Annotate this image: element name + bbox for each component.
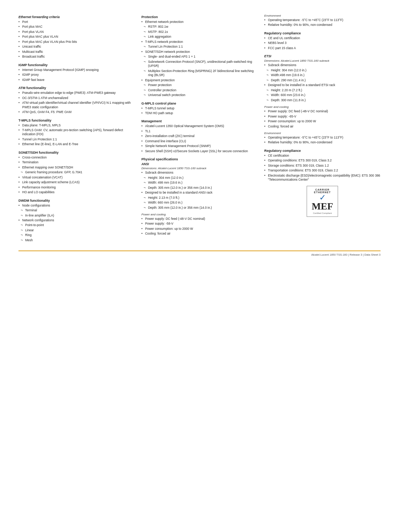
- list-subitem: Height: 304 mm (12.0 in.): [264, 68, 381, 72]
- list-item: Internet Group Management Protocol (IGMP…: [18, 68, 135, 72]
- list-item: TL1: [141, 129, 258, 133]
- list-item: Power supply: DC feed (-48-V DC nominal): [264, 109, 381, 113]
- list-item: TDM HO path setup: [141, 111, 258, 115]
- list-item: T-MPLS tunnel setup: [141, 106, 258, 110]
- main-columns: Ethernet forwarding criteriaPortPort plu…: [18, 11, 381, 243]
- list-subitem: Controller protection: [141, 88, 258, 92]
- section-list: Ethernet network protectionRSTP: 802.1wM…: [141, 20, 258, 98]
- list-item: Data plane: T-MPLS, MPLS: [18, 123, 135, 127]
- list-subitem: Terminal: [18, 208, 135, 212]
- list-item: Ethernet line (E-line), E-LAN and E-Tree: [18, 142, 135, 146]
- list-item: IGMP proxy: [18, 73, 135, 77]
- list-subitem: Mesh: [18, 238, 135, 242]
- list-item: Operating temperature: -5°C to +45°C (23…: [264, 136, 381, 140]
- list-item: Designed to be installed in a standard A…: [141, 191, 258, 195]
- list-item: T-MPLS OAM: CV, automatic pro-tection sw…: [18, 128, 135, 137]
- list-item: Operating conditions: ETS 300 019, Class…: [264, 158, 381, 163]
- list-subitem: Height: 2.13 m (7.0 ft.): [141, 196, 258, 200]
- list-item: Power consumption: up to 2000 W: [141, 227, 258, 231]
- list-item: SONET/SDH network protection: [141, 50, 258, 54]
- list-subitem: Ring: [18, 233, 135, 237]
- list-item: Virtual concatenation (VCAT): [18, 175, 135, 180]
- list-item: OC-3/STM-1 ATM unchannalized: [18, 96, 135, 100]
- list-subitem: Width: 600 mm (23.6 in.): [264, 93, 381, 97]
- footer-bar: Alcatel-Lucent 1850 TSS-160 | Release 3 …: [18, 250, 381, 256]
- section-title: Physical specifications: [141, 157, 258, 161]
- list-subitem: RSTP: 802.1w: [141, 25, 258, 29]
- footer-text: Alcatel-Lucent 1850 TSS-160 | Release 3 …: [311, 253, 381, 256]
- list-item: Port plus MAC plus VLAN: [18, 35, 135, 39]
- section-title: IGMP functionality: [18, 63, 135, 67]
- section-list: CE certificationOperating conditions: ET…: [264, 154, 381, 182]
- list-item: Power supply: DC feed (-48-V DC nominal): [141, 217, 258, 221]
- section-title: G-MPLS control plane: [141, 102, 258, 105]
- list-subitem: Width: 498 mm (19.6 in.): [141, 181, 258, 185]
- list-item: Equipment protection: [141, 78, 258, 82]
- section-list: Internet Group Management Protocol (IGMP…: [18, 68, 135, 82]
- section-list: Alcatel-Lucent 1350 Optical Management S…: [141, 124, 258, 153]
- list-subitem: Linear: [18, 228, 135, 232]
- list-subitem: Depth: 290 mm (11.4 in.): [264, 78, 381, 82]
- section-list: Pseudo-wire emulation edge to edge (PWE3…: [18, 91, 135, 114]
- section-title: Environment: [264, 14, 381, 17]
- section-title: ATM functionality: [18, 86, 135, 90]
- list-item: Broadcast traffic: [18, 55, 135, 59]
- list-item: CE certification: [264, 154, 381, 158]
- list-subitem: Width: 660 mm (26.0 in.): [141, 201, 258, 205]
- list-item: Ethernet mapping over SONET/SDH: [18, 166, 135, 170]
- dimension-label: Dimensions: Alcatel-Lucent 1850 TSS-160 …: [141, 167, 258, 170]
- list-item: Multicast traffic: [18, 50, 135, 54]
- list-subitem: Width:498 mm (19.6 in.): [264, 73, 381, 77]
- list-item: Port plus MAC plus VLAN plus Prio bits: [18, 40, 135, 44]
- section-list: Power supply: DC feed (-48-V DC nominal)…: [264, 109, 381, 129]
- list-item: T-MPLS network protection: [141, 40, 258, 44]
- list-item: Port: [18, 20, 135, 24]
- list-subitem: Link aggregation: [141, 35, 258, 39]
- list-item: Storage conditions: ETS 300 019, Class 1…: [264, 164, 381, 168]
- list-item: Alcatel-Lucent 1350 Optical Management S…: [141, 124, 258, 128]
- list-item: Relative humidity: 0% to 90%, non-conden…: [264, 140, 381, 144]
- dimension-label: Dimensions: Alcatel-Lucent 1850 TSS-160 …: [264, 59, 381, 62]
- section-list: PortPort plus MACPort plus VLANPort plus…: [18, 20, 135, 59]
- list-subitem: Subnetwork Connection Protocol (SNCP), u…: [141, 60, 258, 68]
- list-subitem: Depth: 305 mm (12.0 in.) or 356 mm (14.0…: [141, 206, 258, 210]
- list-subitem: Generic framing procedure: GFP, G.7041: [18, 170, 135, 174]
- column-1: Ethernet forwarding criteriaPortPort plu…: [18, 11, 141, 243]
- mef-certified-text: Certified Compliant: [309, 212, 335, 214]
- section-list: Subrack dimensionsHeight: 304 mm (12.0 i…: [264, 63, 381, 102]
- section-list: Power supply: DC feed (-48-V DC nominal)…: [141, 217, 258, 236]
- section-title: Management: [141, 119, 258, 123]
- list-item: Network configurations: [18, 218, 135, 222]
- list-subitem: Universal switch protection: [141, 93, 258, 97]
- list-item: CE and UL certification: [264, 36, 381, 40]
- section-title: Regulatory compliance: [264, 149, 381, 153]
- list-item: Subrack dimensions: [141, 171, 258, 175]
- list-subitem: Height: 2.20 m (7.2 ft.): [264, 88, 381, 92]
- list-item: Cross-connection: [18, 156, 135, 160]
- section-list: Operating temperature: -5°C to +45°C (23…: [264, 18, 381, 27]
- list-subitem: Depth: 305 mm (12.0 in.) or 356 mm (14.0…: [141, 186, 258, 190]
- list-subitem: MSTP: 802.1s: [141, 30, 258, 34]
- list-item: NEBS level 3: [264, 41, 381, 45]
- column-3: EnvironmentOperating temperature: -5°C t…: [264, 11, 381, 243]
- list-item: Tunnel Lin Protection 1:1: [18, 137, 135, 141]
- section-title: Ethernet forwarding criteria: [18, 15, 135, 19]
- list-item: Electrostatic discharge (ESD)/electromag…: [264, 174, 381, 182]
- list-item: Ethernet network protection: [141, 20, 258, 24]
- section-title: Power and cooling: [141, 213, 258, 216]
- section-subtitle: ANSI: [141, 162, 258, 166]
- list-item: FCC part 15 class A: [264, 46, 381, 50]
- section-title: Power and cooling: [264, 105, 381, 109]
- list-item: Cooling: forced air: [264, 125, 381, 129]
- mef-logo-text: MEF: [309, 202, 335, 211]
- list-item: IGMP fast leave: [18, 78, 135, 82]
- list-item: Cooling: forced air: [141, 232, 258, 236]
- list-item: Link capacity adjustment scheme (LCAS): [18, 180, 135, 184]
- list-subitem: Tunnel Lin Protection 1:1: [141, 45, 258, 49]
- mef-carrier-text: CARRIER: [309, 188, 335, 191]
- list-item: Port plus MAC: [18, 25, 135, 29]
- section-title: ETSI: [264, 54, 381, 58]
- list-subitem: Height: 304 mm (12.0 in.): [141, 176, 258, 180]
- list-item: Secure Shell (SSH) v2/Secure Sockets Lay…: [141, 149, 258, 153]
- mef-checkmark-icon: ✓: [309, 194, 335, 202]
